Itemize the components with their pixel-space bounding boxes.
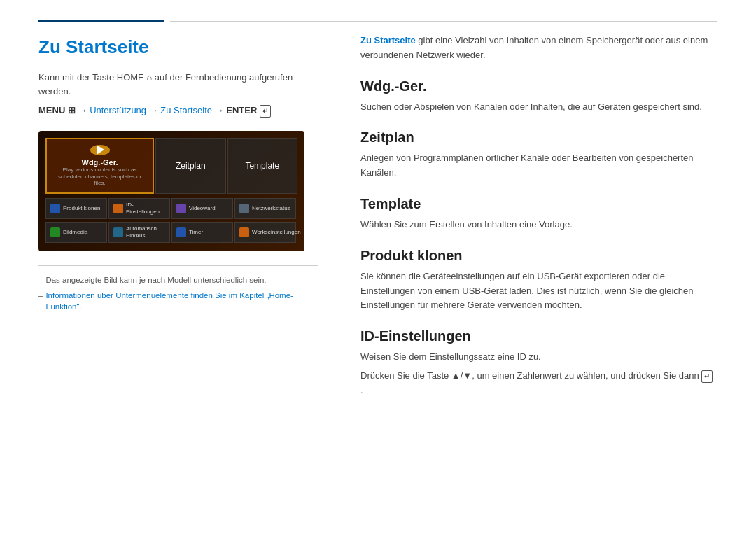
tv-icon-auto-ein-aus — [113, 227, 123, 237]
tv-icon-werkseinstellungen — [239, 227, 249, 237]
page-title: Zu Startseite — [38, 36, 318, 58]
intro-text: Kann mit der Taste HOME ⌂ auf der Fernbe… — [38, 71, 318, 98]
note-text-2: Informationen über Untermenüelemente fin… — [46, 290, 318, 312]
left-column: Zu Startseite Kann mit der Taste HOME ⌂ … — [38, 36, 318, 414]
note-dash-2: – — [38, 290, 43, 301]
tv-bottom-werkseinstellungen: Werkseinstellungen — [234, 222, 296, 243]
progress-bar-inactive — [170, 21, 718, 22]
section-text-id-2: Drücken Sie die Taste ▲/▼, um einen Zahl… — [360, 369, 718, 398]
tv-bottom-row: Produkt klonen ID-Einstellungen Videowar… — [46, 198, 298, 244]
tv-bottom-auto-ein-aus: Automatisch Ein/Aus — [108, 222, 170, 243]
enter-icon-right: ↵ — [701, 370, 713, 383]
tv-bottom-bildmedia: Bildmedia — [46, 222, 107, 243]
tv-top-row: Wdg.-Ger. Play various contents such as … — [46, 138, 298, 194]
enter-icon: ↵ — [260, 105, 271, 118]
tv-main-item: Wdg.-Ger. Play various contents such as … — [46, 138, 154, 194]
arrow2: → — [149, 105, 161, 115]
section-text-zeitplan: Anlegen von Programmplänen örtlicher Kan… — [360, 151, 718, 181]
note-item-2: – Informationen über Untermenüelemente f… — [38, 290, 318, 312]
section-text-template: Wählen Sie zum Erstellen von Inhalten ei… — [360, 218, 718, 232]
section-text-produkt-klonen: Sie können die Geräteeinstellungen auf e… — [360, 269, 718, 313]
arrow3: → — [215, 105, 227, 115]
note-dash-1: – — [38, 274, 43, 286]
progress-bar-active — [38, 20, 164, 22]
tv-screen: Wdg.-Ger. Play various contents such as … — [38, 131, 304, 251]
tv-bottom-id-einstellungen: ID-Einstellungen — [108, 198, 170, 219]
tv-icon-id-einstellungen — [113, 204, 123, 213]
page-container: Zu Startseite Kann mit der Taste HOME ⌂ … — [0, 0, 756, 534]
tv-label-netzwerkstatus: Netzwerkstatus — [252, 205, 290, 212]
top-bar — [0, 0, 756, 22]
tv-label-auto-ein-aus: Automatisch Ein/Aus — [126, 225, 165, 239]
section-heading-id-einstellungen: ID-Einstellungen — [360, 328, 718, 344]
menu-icon: ⊞ — [68, 105, 76, 115]
arrow1: → — [78, 105, 90, 115]
notes-section: – Das angezeigte Bild kann je nach Model… — [38, 265, 318, 312]
menu-link-home: Zu Startseite — [160, 105, 212, 115]
right-intro: Zu Startseite gibt eine Vielzahl von Inh… — [360, 34, 718, 63]
tv-bottom-netzwerkstatus: Netzwerkstatus — [234, 198, 296, 219]
section-heading-wdg: Wdg.-Ger. — [360, 78, 718, 94]
play-icon — [90, 145, 110, 155]
section-text-wdg: Suchen oder Abspielen von Kanälen oder I… — [360, 100, 718, 115]
menu-path: MENU ⊞ → Unterstützung → Zu Startseite →… — [38, 104, 318, 118]
tv-main-subtitle: Play various contents such as scheduled … — [52, 167, 147, 187]
right-column: Zu Startseite gibt eine Vielzahl von Inh… — [360, 36, 718, 414]
tv-label-produkt-klonen: Produkt klonen — [63, 205, 100, 212]
tv-icon-videoward — [176, 204, 186, 213]
right-intro-link: Zu Startseite — [360, 35, 416, 45]
section-heading-produkt-klonen: Produkt klonen — [360, 248, 718, 264]
tv-icon-produkt-klonen — [50, 204, 60, 213]
note-text-1: Das angezeigte Bild kann je nach Modell … — [46, 274, 266, 286]
tv-main-title: Wdg.-Ger. — [82, 158, 118, 167]
enter-label: ENTER ↵ — [226, 105, 271, 115]
tv-label-id-einstellungen: ID-Einstellungen — [126, 202, 165, 215]
note-item-1: – Das angezeigte Bild kann je nach Model… — [38, 274, 318, 286]
menu-link-support: Unterstützung — [90, 105, 146, 115]
tv-label-werkseinstellungen: Werkseinstellungen — [252, 229, 301, 236]
tv-label-bildmedia: Bildmedia — [63, 229, 88, 236]
section-heading-template: Template — [360, 196, 718, 212]
tv-bottom-videoward: Videoward — [172, 198, 233, 219]
tv-icon-netzwerkstatus — [239, 204, 249, 213]
content-wrapper: Zu Startseite Kann mit der Taste HOME ⌂ … — [0, 36, 756, 414]
tv-label-videoward: Videoward — [189, 205, 216, 212]
tv-bottom-timer: Timer — [172, 222, 233, 243]
section-heading-zeitplan: Zeitplan — [360, 129, 718, 146]
tv-mockup: Wdg.-Ger. Play various contents such as … — [38, 131, 304, 251]
tv-secondary-zeitplan: Zeitplan — [155, 138, 226, 194]
section-text-id-1: Weisen Sie dem Einstellungssatz eine ID … — [360, 350, 718, 365]
menu-label: MENU ⊞ — [38, 105, 76, 115]
tv-bottom-produkt-klonen: Produkt klonen — [46, 198, 107, 219]
tv-icon-timer — [176, 227, 186, 237]
tv-label-timer: Timer — [189, 229, 203, 236]
tv-secondary-template: Template — [227, 138, 298, 194]
tv-icon-bildmedia — [50, 227, 60, 237]
